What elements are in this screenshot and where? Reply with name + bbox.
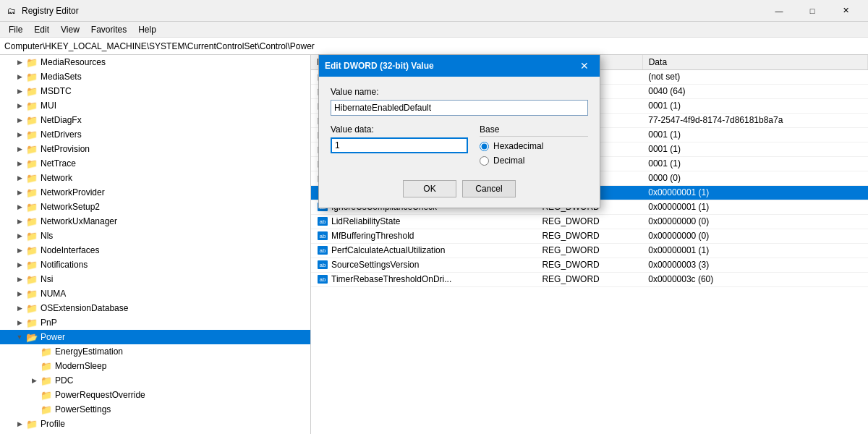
expand-network[interactable]: ▶ bbox=[14, 173, 25, 183]
hex-radio-option[interactable]: Hexadecimal bbox=[480, 141, 588, 151]
value-name-label: Value name: bbox=[331, 87, 588, 97]
expand-power[interactable]: ▼ bbox=[14, 332, 25, 342]
expand-netdiagfx[interactable]: ▶ bbox=[14, 115, 25, 125]
expand-nls[interactable]: ▶ bbox=[14, 231, 25, 241]
menu-help[interactable]: Help bbox=[132, 23, 162, 36]
expand-netdrivers[interactable]: ▶ bbox=[14, 129, 25, 140]
tree-item-netdiagfx[interactable]: ▶ 📁 NetDiagFx bbox=[0, 113, 310, 127]
tree-item-profile[interactable]: ▶ 📁 Profile bbox=[0, 417, 310, 431]
tree-item-pnp[interactable]: ▶ 📁 PnP bbox=[0, 315, 310, 330]
table-row-lidreliability[interactable]: ab LidReliabilityState REG_DWORD 0x00000… bbox=[311, 214, 868, 229]
reg-data-cell: 0001 (1) bbox=[642, 98, 867, 113]
expand-numa[interactable]: ▶ bbox=[14, 289, 25, 299]
tree-item-notifications[interactable]: ▶ 📁 Notifications bbox=[0, 258, 310, 272]
reg-dword-icon: ab bbox=[317, 245, 328, 255]
reg-data-cell: 77-2547-4f9d-8174-7d86181b8a7a bbox=[642, 113, 867, 127]
expand-networkuxmanager[interactable]: ▶ bbox=[14, 216, 25, 226]
menu-view[interactable]: View bbox=[55, 23, 85, 36]
close-button[interactable]: ✕ bbox=[829, 0, 862, 22]
tree-item-networksetup2[interactable]: ▶ 📁 NetworkSetup2 bbox=[0, 200, 310, 214]
dec-radio-option[interactable]: Decimal bbox=[480, 156, 588, 166]
menu-bar: File Edit View Favorites Help bbox=[0, 22, 868, 38]
tree-label: NetDrivers bbox=[41, 129, 82, 140]
reg-type-cell: REG_DWORD bbox=[536, 258, 642, 272]
table-row-timerrebase[interactable]: ab TimerRebaseThresholdOnDri... REG_DWOR… bbox=[311, 272, 868, 286]
tree-label: MUI bbox=[41, 101, 56, 111]
expand-mediaresources[interactable]: ▶ bbox=[14, 57, 25, 67]
dec-radio[interactable] bbox=[480, 156, 489, 166]
minimize-button[interactable]: — bbox=[762, 0, 796, 22]
tree-item-nodeinterfaces[interactable]: ▶ 📁 NodeInterfaces bbox=[0, 243, 310, 258]
expand-nodeinterfaces[interactable]: ▶ bbox=[14, 245, 25, 255]
cancel-button[interactable]: Cancel bbox=[462, 180, 516, 197]
maximize-button[interactable]: □ bbox=[796, 0, 829, 22]
tree-item-msdtc[interactable]: ▶ 📁 MSDTC bbox=[0, 84, 310, 98]
tree-item-energyestimation[interactable]: 📁 EnergyEstimation bbox=[0, 344, 310, 359]
table-row-sourcesettings[interactable]: ab SourceSettingsVersion REG_DWORD 0x000… bbox=[311, 258, 868, 272]
reg-dword-icon: ab bbox=[317, 216, 328, 226]
menu-edit[interactable]: Edit bbox=[28, 23, 55, 36]
tree-item-nettrace[interactable]: ▶ 📁 NetTrace bbox=[0, 156, 310, 171]
folder-icon: 📁 bbox=[26, 115, 38, 125]
dialog-close-button[interactable]: ✕ bbox=[575, 56, 594, 75]
folder-icon: 📁 bbox=[26, 260, 38, 270]
expand-nettrace[interactable]: ▶ bbox=[14, 158, 25, 169]
expand-pnp[interactable]: ▶ bbox=[14, 318, 25, 328]
expand-mediasets[interactable]: ▶ bbox=[14, 72, 25, 82]
tree-item-netprovision[interactable]: ▶ 📁 NetProvision bbox=[0, 142, 310, 156]
folder-icon: 📁 bbox=[26, 144, 38, 154]
hex-radio[interactable] bbox=[480, 142, 489, 151]
table-row-perfcalculate[interactable]: ab PerfCalculateActualUtilization REG_DW… bbox=[311, 243, 868, 258]
reg-name-cell: ab PerfCalculateActualUtilization bbox=[311, 243, 536, 258]
ok-button[interactable]: OK bbox=[403, 180, 456, 197]
table-row-mfbuffering[interactable]: ab MfBufferingThreshold REG_DWORD 0x0000… bbox=[311, 229, 868, 243]
tree-item-networkprovider[interactable]: ▶ 📁 NetworkProvider bbox=[0, 185, 310, 200]
folder-icon: 📁 bbox=[26, 72, 38, 82]
menu-file[interactable]: File bbox=[3, 23, 28, 36]
spacer bbox=[29, 404, 39, 414]
expand-netprovision[interactable]: ▶ bbox=[14, 144, 25, 154]
tree-label: NetTrace bbox=[41, 158, 76, 169]
tree-item-powersettings[interactable]: 📁 PowerSettings bbox=[0, 402, 310, 417]
expand-notifications[interactable]: ▶ bbox=[14, 260, 25, 270]
tree-label: NetProvision bbox=[41, 144, 90, 154]
reg-name-cell: ab SourceSettingsVersion bbox=[311, 258, 536, 272]
tree-item-modernsleep[interactable]: 📁 ModernSleep bbox=[0, 359, 310, 373]
tree-item-networkuxmanager[interactable]: ▶ 📁 NetworkUxManager bbox=[0, 214, 310, 229]
expand-profile[interactable]: ▶ bbox=[14, 419, 25, 429]
expand-pdc[interactable]: ▶ bbox=[29, 375, 39, 386]
expand-osextdb[interactable]: ▶ bbox=[14, 303, 25, 313]
address-bar: Computer\HKEY_LOCAL_MACHINE\SYSTEM\Curre… bbox=[0, 38, 868, 55]
expand-msdtc[interactable]: ▶ bbox=[14, 86, 25, 96]
dec-label: Decimal bbox=[493, 156, 524, 166]
tree-item-mui[interactable]: ▶ 📁 MUI bbox=[0, 98, 310, 113]
tree-item-power[interactable]: ▼ 📂 Power bbox=[0, 330, 310, 344]
tree-item-network[interactable]: ▶ 📁 Network bbox=[0, 171, 310, 185]
tree-label: PowerRequestOverride bbox=[55, 390, 145, 400]
reg-data-cell: 0001 (1) bbox=[642, 127, 867, 142]
tree-item-powerrequestoverride[interactable]: 📁 PowerRequestOverride bbox=[0, 388, 310, 402]
expand-mui[interactable]: ▶ bbox=[14, 101, 25, 111]
menu-favorites[interactable]: Favorites bbox=[85, 23, 132, 36]
expand-networksetup2[interactable]: ▶ bbox=[14, 202, 25, 212]
folder-icon: 📁 bbox=[26, 289, 38, 299]
tree-item-netdrivers[interactable]: ▶ 📁 NetDrivers bbox=[0, 127, 310, 142]
tree-item-mediasets[interactable]: ▶ 📁 MediaSets bbox=[0, 69, 310, 84]
title-bar: 🗂 Registry Editor — □ ✕ bbox=[0, 0, 868, 22]
tree-item-nls[interactable]: ▶ 📁 Nls bbox=[0, 229, 310, 243]
tree-item-pdc[interactable]: ▶ 📁 PDC bbox=[0, 373, 310, 388]
reg-name-cell: ab LidReliabilityState bbox=[311, 214, 536, 229]
dialog-body: Value name: Value data: Base Hexadecimal… bbox=[319, 77, 600, 208]
expand-nsi[interactable]: ▶ bbox=[14, 274, 25, 284]
tree-label: NetDiagFx bbox=[41, 115, 82, 125]
expand-networkprovider[interactable]: ▶ bbox=[14, 187, 25, 197]
tree-panel: ▶ 📁 MediaResources ▶ 📁 MediaSets ▶ 📁 MSD… bbox=[0, 55, 311, 434]
value-name-input[interactable] bbox=[331, 100, 588, 116]
folder-icon: 📁 bbox=[41, 361, 52, 371]
tree-item-mediaresources[interactable]: ▶ 📁 MediaResources bbox=[0, 55, 310, 69]
tree-item-osextensiondatabase[interactable]: ▶ 📁 OSExtensionDatabase bbox=[0, 301, 310, 315]
tree-item-numa[interactable]: ▶ 📁 NUMA bbox=[0, 286, 310, 301]
tree-item-nsi[interactable]: ▶ 📁 Nsi bbox=[0, 272, 310, 286]
svg-text:ab: ab bbox=[320, 218, 326, 225]
value-data-input[interactable] bbox=[331, 137, 468, 153]
